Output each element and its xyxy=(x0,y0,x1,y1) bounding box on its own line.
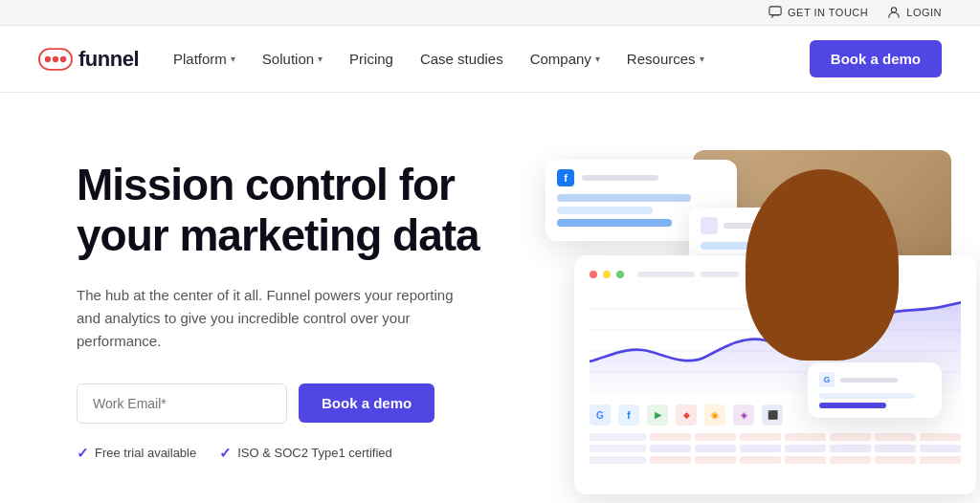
badge-trial-label: Free trial available xyxy=(95,446,196,460)
badge-certified: ✓ ISO & SOC2 Type1 certified xyxy=(219,445,392,462)
badge-trial: ✓ Free trial available xyxy=(77,445,196,462)
login-link[interactable]: LOGIN xyxy=(887,6,942,19)
nav-item-pricing[interactable]: Pricing xyxy=(349,51,393,67)
svg-rect-0 xyxy=(769,7,781,15)
svg-point-4 xyxy=(53,55,58,61)
login-label: LOGIN xyxy=(906,7,942,18)
chevron-down-icon: ▾ xyxy=(318,54,323,64)
nav-item-resources[interactable]: Resources ▾ xyxy=(627,51,704,67)
source-icon-3: ▶ xyxy=(647,405,668,426)
svg-point-5 xyxy=(60,55,66,61)
table-row xyxy=(590,445,961,452)
nav-book-demo-button[interactable]: Book a demo xyxy=(810,40,942,77)
hero-badges: ✓ Free trial available ✓ ISO & SOC2 Type… xyxy=(77,445,517,462)
source-icon-7: ⬛ xyxy=(762,405,783,426)
chevron-down-icon: ▾ xyxy=(700,54,704,64)
nav-links: Platform ▾ Solution ▾ Pricing Case studi… xyxy=(173,51,704,67)
logo[interactable]: funnel xyxy=(38,47,139,72)
logo-text: funnel xyxy=(78,47,139,72)
nav-item-company[interactable]: Company ▾ xyxy=(530,51,600,67)
check-icon: ✓ xyxy=(219,445,232,462)
email-input[interactable] xyxy=(77,383,287,424)
main-nav: funnel Platform ▾ Solution ▾ Pricing Cas… xyxy=(0,26,980,93)
hero-title: Mission control for your marketing data xyxy=(77,160,517,261)
source-icon-6: ◈ xyxy=(733,405,754,426)
hero-cta-group: Book a demo xyxy=(77,383,517,424)
badge-certified-label: ISO & SOC2 Type1 certified xyxy=(237,446,392,460)
check-icon: ✓ xyxy=(77,445,89,462)
table-row xyxy=(590,433,961,441)
hero-subtitle: The hub at the center of it all. Funnel … xyxy=(77,284,459,353)
hero-illustration: f xyxy=(536,150,942,494)
nav-item-platform[interactable]: Platform ▾ xyxy=(173,51,235,67)
nav-item-solution[interactable]: Solution ▾ xyxy=(262,51,323,67)
data-table xyxy=(590,433,961,464)
get-in-touch-label: GET IN TOUCH xyxy=(788,7,868,18)
nav-left: funnel Platform ▾ Solution ▾ Pricing Cas… xyxy=(38,47,704,72)
facebook-icon: f xyxy=(618,405,639,426)
user-icon xyxy=(887,6,901,19)
google-icon: G xyxy=(590,405,611,426)
svg-point-1 xyxy=(892,8,897,12)
top-bar: GET IN TOUCH LOGIN xyxy=(0,0,980,26)
funnel-logo-icon xyxy=(38,48,73,71)
chevron-down-icon: ▾ xyxy=(231,54,235,64)
table-row xyxy=(590,456,961,464)
source-icon-4: ◆ xyxy=(676,405,697,426)
chat-icon xyxy=(768,6,782,19)
chevron-down-icon: ▾ xyxy=(595,54,600,64)
hero-section: Mission control for your marketing data … xyxy=(0,93,980,503)
source-icon-5: ◉ xyxy=(704,405,725,426)
hero-content: Mission control for your marketing data … xyxy=(77,150,517,462)
svg-point-3 xyxy=(45,55,51,61)
float-card-small: G xyxy=(808,362,942,418)
nav-item-case-studies[interactable]: Case studies xyxy=(420,51,503,67)
get-in-touch-link[interactable]: GET IN TOUCH xyxy=(768,6,868,19)
hero-book-demo-button[interactable]: Book a demo xyxy=(299,383,434,423)
